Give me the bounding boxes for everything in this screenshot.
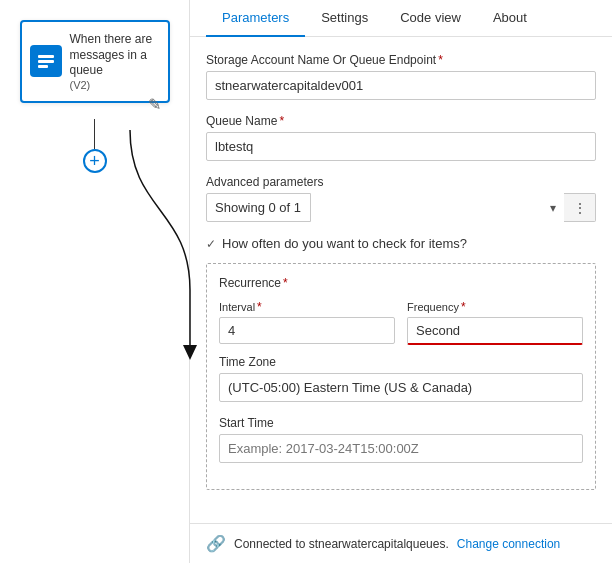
left-panel: When there are messages in a queue (V2) … — [0, 0, 190, 563]
right-panel: Parameters Settings Code view About Stor… — [190, 0, 612, 563]
connection-text: Connected to stnearwatercapitalqueues. — [234, 537, 449, 551]
starttime-label: Start Time — [219, 416, 583, 430]
required-star: * — [438, 53, 443, 67]
timezone-label: Time Zone — [219, 355, 583, 369]
queue-name-group: Queue Name * — [206, 114, 596, 161]
svg-rect-0 — [38, 55, 54, 58]
frequency-group: Frequency * — [407, 300, 583, 345]
interval-frequency-row: Interval * Frequency * — [219, 300, 583, 345]
interval-group: Interval * — [219, 300, 395, 345]
advanced-params-label: Advanced parameters — [206, 175, 596, 189]
queue-trigger-icon — [30, 45, 62, 77]
collapsible-label: How often do you want to check for items… — [222, 236, 467, 251]
timezone-input[interactable] — [219, 373, 583, 402]
advanced-params-button[interactable]: ⋮ — [564, 193, 596, 222]
storage-account-group: Storage Account Name Or Queue Endpoint * — [206, 53, 596, 100]
add-step-button[interactable]: + — [83, 149, 107, 173]
starttime-group: Start Time — [219, 416, 583, 463]
advanced-dropdown-wrapper: Showing 0 of 1 — [206, 193, 564, 222]
frequency-input[interactable] — [407, 317, 583, 345]
arrow-decoration — [60, 130, 200, 370]
chevron-down-icon: ✓ — [206, 237, 216, 251]
svg-rect-1 — [38, 60, 54, 63]
connection-icon: 🔗 — [206, 534, 226, 553]
advanced-dropdown-row: Showing 0 of 1 ⋮ — [206, 193, 596, 222]
advanced-params-group: Advanced parameters Showing 0 of 1 ⋮ — [206, 175, 596, 222]
change-connection-link[interactable]: Change connection — [457, 537, 560, 551]
recurrence-label: Recurrence * — [219, 276, 583, 290]
recurrence-required-star: * — [283, 276, 288, 290]
footer: 🔗 Connected to stnearwatercapitalqueues.… — [190, 523, 612, 563]
edit-icon: ✎ — [148, 95, 161, 114]
svg-rect-2 — [38, 65, 48, 68]
frequency-required-star: * — [461, 300, 466, 314]
storage-account-label: Storage Account Name Or Queue Endpoint * — [206, 53, 596, 67]
tab-parameters[interactable]: Parameters — [206, 0, 305, 37]
tabs-bar: Parameters Settings Code view About — [190, 0, 612, 37]
tab-settings[interactable]: Settings — [305, 0, 384, 37]
interval-label: Interval * — [219, 300, 395, 314]
advanced-params-select[interactable]: Showing 0 of 1 — [206, 193, 311, 222]
recurrence-box: Recurrence * Interval * Frequency * — [206, 263, 596, 490]
starttime-input[interactable] — [219, 434, 583, 463]
collapsible-header[interactable]: ✓ How often do you want to check for ite… — [206, 236, 596, 251]
connector: + — [83, 111, 107, 173]
tab-about[interactable]: About — [477, 0, 543, 37]
required-star-2: * — [279, 114, 284, 128]
trigger-label: When there are messages in a queue (V2) — [70, 32, 160, 91]
queue-name-label: Queue Name * — [206, 114, 596, 128]
interval-required-star: * — [257, 300, 262, 314]
storage-account-input[interactable] — [206, 71, 596, 100]
queue-name-input[interactable] — [206, 132, 596, 161]
timezone-group: Time Zone — [219, 355, 583, 402]
tab-code-view[interactable]: Code view — [384, 0, 477, 37]
interval-input[interactable] — [219, 317, 395, 344]
parameters-content: Storage Account Name Or Queue Endpoint *… — [190, 37, 612, 523]
frequency-label: Frequency * — [407, 300, 583, 314]
trigger-card[interactable]: When there are messages in a queue (V2) — [20, 20, 170, 103]
